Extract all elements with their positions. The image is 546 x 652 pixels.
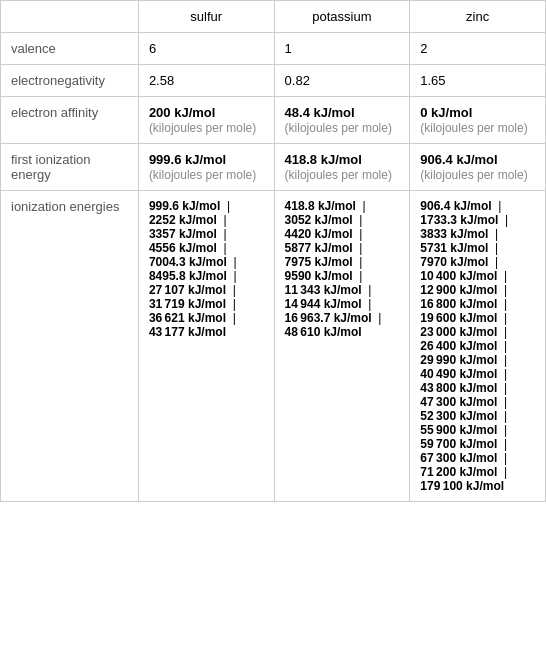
row-label-electron-affinity: electron affinity	[1, 97, 139, 144]
potassium-first-ionization-energy: 418.8 kJ/mol(kilojoules per mole)	[274, 144, 410, 191]
header-empty	[1, 1, 139, 33]
potassium-ionization-energies: 418.8 kJ/mol |3052 kJ/mol |4420 kJ/mol |…	[274, 191, 410, 502]
header-potassium: potassium	[274, 1, 410, 33]
zinc-valence: 2	[410, 33, 546, 65]
zinc-first-ionization-energy: 906.4 kJ/mol(kilojoules per mole)	[410, 144, 546, 191]
table-row: electronegativity 2.58 0.82 1.65	[1, 65, 546, 97]
potassium-electron-affinity: 48.4 kJ/mol(kilojoules per mole)	[274, 97, 410, 144]
potassium-valence: 1	[274, 33, 410, 65]
table-row: electron affinity 200 kJ/mol(kilojoules …	[1, 97, 546, 144]
sulfur-ionization-energies: 999.6 kJ/mol |2252 kJ/mol |3357 kJ/mol |…	[138, 191, 274, 502]
header-zinc: zinc	[410, 1, 546, 33]
zinc-electronegativity: 1.65	[410, 65, 546, 97]
zinc-ionization-energies: 906.4 kJ/mol |1733.3 kJ/mol |3833 kJ/mol…	[410, 191, 546, 502]
table-row: first ionization energy 999.6 kJ/mol(kil…	[1, 144, 546, 191]
row-label-electronegativity: electronegativity	[1, 65, 139, 97]
table-row: ionization energies 999.6 kJ/mol |2252 k…	[1, 191, 546, 502]
sulfur-electronegativity: 2.58	[138, 65, 274, 97]
potassium-electronegativity: 0.82	[274, 65, 410, 97]
zinc-electron-affinity: 0 kJ/mol(kilojoules per mole)	[410, 97, 546, 144]
row-label-ionization-energies: ionization energies	[1, 191, 139, 502]
table-row: valence 6 1 2	[1, 33, 546, 65]
row-label-first-ionization-energy: first ionization energy	[1, 144, 139, 191]
sulfur-electron-affinity: 200 kJ/mol(kilojoules per mole)	[138, 97, 274, 144]
sulfur-first-ionization-energy: 999.6 kJ/mol(kilojoules per mole)	[138, 144, 274, 191]
row-label-valence: valence	[1, 33, 139, 65]
sulfur-valence: 6	[138, 33, 274, 65]
header-sulfur: sulfur	[138, 1, 274, 33]
